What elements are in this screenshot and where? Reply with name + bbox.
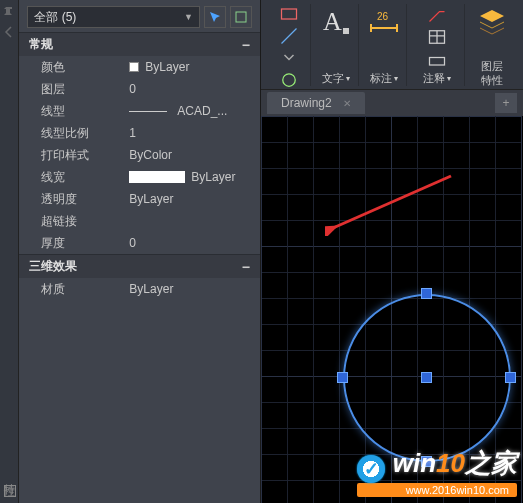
grip-west[interactable]: [337, 372, 348, 383]
prop-row-layer[interactable]: 图层 0: [19, 78, 260, 100]
pin-icon[interactable]: [3, 6, 15, 18]
prop-row-thickness[interactable]: 厚度 0: [19, 232, 260, 254]
tab-drawing[interactable]: Drawing2 ✕: [267, 92, 365, 114]
drawing-tabs: Drawing2 ✕ +: [261, 90, 523, 116]
object-selector[interactable]: 全部 (5) ▼: [27, 6, 200, 28]
watermark-sub: www.2016win10.com: [357, 483, 517, 497]
ribbon-label-layers[interactable]: 图层 特性: [481, 60, 503, 86]
prop-label: 颜色: [41, 59, 129, 76]
chevron-down-icon: ▾: [394, 74, 398, 83]
annotation-arrow: [325, 172, 455, 236]
svg-text:A: A: [323, 7, 342, 36]
section-title: 三维效果: [29, 258, 77, 275]
collapse-icon: −: [242, 37, 250, 53]
watermark-text: win10之家: [393, 448, 517, 478]
prop-label: 材质: [41, 281, 129, 298]
svg-rect-0: [236, 12, 246, 22]
layers-tool-icon[interactable]: [475, 4, 509, 38]
dimension-tool-icon[interactable]: 26: [367, 4, 401, 38]
color-swatch-icon: [129, 62, 139, 72]
prop-value: ByLayer: [191, 170, 235, 184]
prop-row-material[interactable]: 材质 ByLayer: [19, 278, 260, 300]
prop-label: 图层: [41, 81, 129, 98]
prop-label: 超链接: [41, 213, 129, 230]
tab-label: Drawing2: [281, 96, 332, 110]
tool-icon[interactable]: [279, 26, 299, 46]
arrow-left-icon[interactable]: [3, 26, 15, 38]
drawing-area: A 文字▾ 26 标注▾: [261, 0, 523, 503]
grip-north[interactable]: [421, 288, 432, 299]
svg-line-9: [333, 176, 451, 228]
prop-value: 0: [129, 82, 136, 96]
watermark-seal-icon: ✓: [357, 455, 385, 483]
prop-value: 1: [129, 126, 136, 140]
collapse-icon: −: [242, 259, 250, 275]
svg-text:26: 26: [377, 11, 389, 22]
object-selector-text: 全部 (5): [34, 9, 76, 26]
properties-panel: 全部 (5) ▼ 常规 − 颜色 ByLayer 图层 0: [19, 0, 261, 503]
dropdown-icon[interactable]: [283, 48, 295, 68]
prop-value: ByLayer: [129, 282, 173, 296]
section-header-general[interactable]: 常规 −: [19, 32, 260, 56]
grip-center[interactable]: [421, 372, 432, 383]
ribbon: A 文字▾ 26 标注▾: [261, 0, 523, 90]
ribbon-label-text[interactable]: 文字▾: [322, 71, 350, 86]
tab-add-button[interactable]: +: [495, 93, 517, 113]
svg-rect-8: [429, 58, 444, 66]
prop-row-lineweight[interactable]: 线宽 ByLayer: [19, 166, 260, 188]
prop-label: 厚度: [41, 235, 129, 252]
tool-icon[interactable]: [279, 4, 299, 24]
prop-label: 透明度: [41, 191, 129, 208]
prop-label: 线宽: [41, 169, 129, 186]
more-tool-icon[interactable]: [427, 50, 447, 70]
watermark: ✓ win10之家 www.2016win10.com: [357, 446, 517, 497]
prop-label: 线型比例: [41, 125, 129, 142]
leader-tool-icon[interactable]: [427, 4, 447, 24]
prop-row-plotstyle[interactable]: 打印样式 ByColor: [19, 144, 260, 166]
linetype-preview-icon: [129, 111, 167, 112]
prop-value: ByColor: [129, 148, 172, 162]
svg-point-2: [282, 74, 295, 87]
ribbon-label-anno[interactable]: 注释▾: [423, 71, 451, 86]
tool-icon[interactable]: [279, 70, 299, 90]
section-header-3d[interactable]: 三维效果 −: [19, 254, 260, 278]
drawing-canvas[interactable]: // grid drawn after data load below ✓ wi…: [261, 116, 523, 503]
prop-value: ACAD_...: [177, 104, 227, 118]
quick-select-button[interactable]: [204, 6, 226, 28]
ribbon-label-dim[interactable]: 标注▾: [370, 71, 398, 86]
svg-rect-5: [343, 28, 349, 34]
chevron-down-icon: ▾: [346, 74, 350, 83]
prop-value: ByLayer: [145, 60, 189, 74]
lineweight-preview-icon: [129, 171, 185, 183]
prop-label: 线型: [41, 103, 129, 120]
table-tool-icon[interactable]: [427, 27, 447, 47]
prop-row-transparency[interactable]: 透明度 ByLayer: [19, 188, 260, 210]
rail-toggle-icon[interactable]: [4, 485, 16, 497]
prop-value: ByLayer: [129, 192, 173, 206]
chevron-down-icon: ▾: [447, 74, 451, 83]
rail-title: 特性: [2, 475, 17, 479]
prop-row-hyperlink[interactable]: 超链接: [19, 210, 260, 232]
left-rail: 特性: [0, 0, 19, 503]
prop-row-linetype[interactable]: 线型 ACAD_...: [19, 100, 260, 122]
close-icon[interactable]: ✕: [343, 98, 351, 109]
svg-rect-1: [281, 9, 296, 19]
chevron-down-icon: ▼: [184, 12, 193, 22]
section-title: 常规: [29, 36, 53, 53]
grip-east[interactable]: [505, 372, 516, 383]
prop-row-ltscale[interactable]: 线型比例 1: [19, 122, 260, 144]
prop-label: 打印样式: [41, 147, 129, 164]
text-tool-icon[interactable]: A: [319, 4, 353, 38]
prop-value: 0: [129, 236, 136, 250]
prop-row-color[interactable]: 颜色 ByLayer: [19, 56, 260, 78]
select-objects-button[interactable]: [230, 6, 252, 28]
